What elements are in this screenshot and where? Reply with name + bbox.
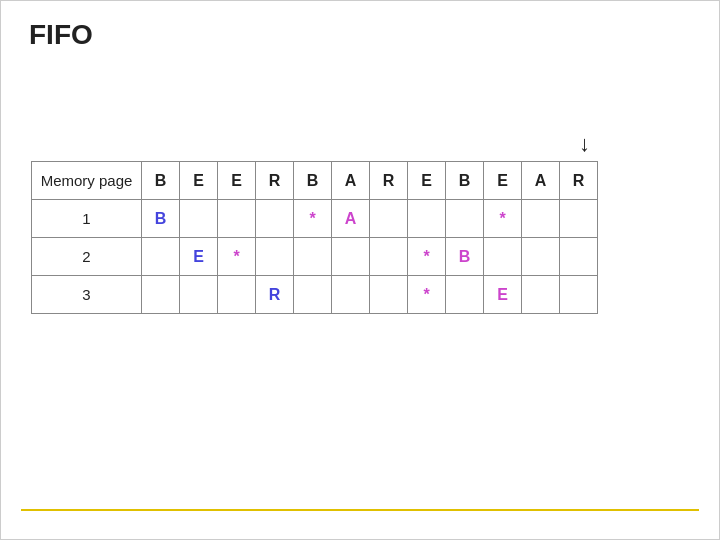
cell-r1-c1: B [142, 200, 180, 238]
cell-r1-c12 [560, 200, 598, 238]
cell-r3-c3 [218, 276, 256, 314]
col-E1: E [180, 162, 218, 200]
cell-r1-c8 [408, 200, 446, 238]
cell-r2-c4 [256, 238, 294, 276]
cell-r2-c10 [484, 238, 522, 276]
cell-r2-c12 [560, 238, 598, 276]
table-row: 3R*E [32, 276, 598, 314]
cell-r1-c2 [180, 200, 218, 238]
cell-r3-c5 [294, 276, 332, 314]
cell-r3-c7 [370, 276, 408, 314]
col-R2: R [370, 162, 408, 200]
arrow-indicator: ↓ [579, 131, 590, 157]
row-label-3: 3 [32, 276, 142, 314]
row-label-1: 1 [32, 200, 142, 238]
col-E2: E [218, 162, 256, 200]
cell-r3-c2 [180, 276, 218, 314]
page-container: FIFO ↓ Memory page B E E R B A R E B E A… [0, 0, 720, 540]
cell-r3-c10: E [484, 276, 522, 314]
cell-r2-c8: * [408, 238, 446, 276]
memory-table-container: Memory page B E E R B A R E B E A R 1B*A… [31, 161, 598, 314]
cell-r2-c7 [370, 238, 408, 276]
header-row: Memory page B E E R B A R E B E A R [32, 162, 598, 200]
cell-r2-c6 [332, 238, 370, 276]
cell-r3-c8: * [408, 276, 446, 314]
table-row: 1B*A* [32, 200, 598, 238]
cell-r3-c11 [522, 276, 560, 314]
col-A1: A [332, 162, 370, 200]
cell-r3-c6 [332, 276, 370, 314]
cell-r1-c5: * [294, 200, 332, 238]
cell-r2-c2: E [180, 238, 218, 276]
col-B1: B [142, 162, 180, 200]
cell-r1-c7 [370, 200, 408, 238]
cell-r1-c10: * [484, 200, 522, 238]
col-A2: A [522, 162, 560, 200]
col-R3: R [560, 162, 598, 200]
cell-r2-c3: * [218, 238, 256, 276]
cell-r3-c1 [142, 276, 180, 314]
col-B2: B [294, 162, 332, 200]
col-R1: R [256, 162, 294, 200]
cell-r1-c4 [256, 200, 294, 238]
bottom-line [21, 509, 699, 511]
col-E3: E [408, 162, 446, 200]
cell-r1-c9 [446, 200, 484, 238]
page-title: FIFO [29, 19, 93, 51]
col-header-label: Memory page [32, 162, 142, 200]
cell-r1-c6: A [332, 200, 370, 238]
col-E4: E [484, 162, 522, 200]
cell-r2-c1 [142, 238, 180, 276]
row-label-2: 2 [32, 238, 142, 276]
cell-r3-c12 [560, 276, 598, 314]
cell-r2-c11 [522, 238, 560, 276]
cell-r3-c9 [446, 276, 484, 314]
fifo-table: Memory page B E E R B A R E B E A R 1B*A… [31, 161, 598, 314]
cell-r2-c5 [294, 238, 332, 276]
cell-r2-c9: B [446, 238, 484, 276]
table-row: 2E**B [32, 238, 598, 276]
cell-r1-c3 [218, 200, 256, 238]
cell-r1-c11 [522, 200, 560, 238]
cell-r3-c4: R [256, 276, 294, 314]
col-B3: B [446, 162, 484, 200]
